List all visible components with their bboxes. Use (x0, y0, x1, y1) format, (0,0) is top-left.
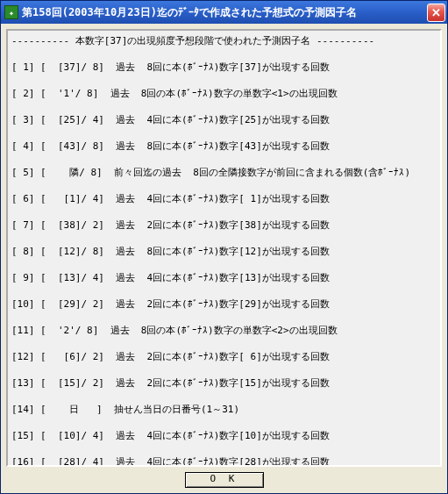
list-item: [13] [ [15]/ 2] 過去 2回に本(ﾎﾞｰﾅｽ)数字[15]が出現す… (11, 376, 437, 390)
app-icon: ✦ (4, 5, 18, 19)
list-item: [15] [ [10]/ 4] 過去 4回に本(ﾎﾞｰﾅｽ)数字[10]が出現す… (11, 429, 437, 442)
list-item: [ 1] [ [37]/ 8] 過去 8回に本(ﾎﾞｰﾅｽ)数字[37]が出現す… (11, 61, 437, 74)
list-item: [ 6] [ [1]/ 4] 過去 4回に本(ﾎﾞｰﾅｽ)数字[ 1]が出現する… (11, 192, 437, 205)
list-item: [14] [ 日 ] 抽せん当日の日番号(1～31) (11, 403, 437, 416)
close-icon: ✕ (431, 6, 441, 19)
list-item: [11] [ '2'/ 8] 過去 8回の本(ﾎﾞｰﾅｽ)数字の単数字<2>の出… (11, 324, 437, 337)
list-item: [ 2] [ '1'/ 8] 過去 8回の本(ﾎﾞｰﾅｽ)数字の単数字<1>の出… (11, 87, 437, 100)
ok-button[interactable]: O K (185, 472, 264, 488)
window-title: 第158回(2003年10月23日)迄のﾃﾞｰﾀで作成された予想式の予測因子名 (22, 5, 427, 20)
list-item: [ 3] [ [25]/ 4] 過去 4回に本(ﾎﾞｰﾅｽ)数字[25]が出現す… (11, 113, 437, 126)
list-item: [10] [ [29]/ 2] 過去 2回に本(ﾎﾞｰﾅｽ)数字[29]が出現す… (11, 297, 437, 311)
list-item: [ 8] [ [12]/ 8] 過去 8回に本(ﾎﾞｰﾅｽ)数字[12]が出現す… (11, 245, 437, 258)
titlebar: ✦ 第158回(2003年10月23日)迄のﾃﾞｰﾀで作成された予想式の予測因子… (1, 1, 447, 24)
window: ✦ 第158回(2003年10月23日)迄のﾃﾞｰﾀで作成された予想式の予測因子… (0, 0, 448, 494)
list-item: [12] [ [6]/ 2] 過去 2回に本(ﾎﾞｰﾅｽ)数字[ 6]が出現する… (11, 350, 437, 363)
list-item: [16] [ [28]/ 4] 過去 4回に本(ﾎﾞｰﾅｽ)数字[28]が出現す… (11, 455, 437, 467)
list-item: [ 4] [ [43]/ 8] 過去 8回に本(ﾎﾞｰﾅｽ)数字[43]が出現す… (11, 140, 437, 153)
button-bar: O K (1, 472, 447, 493)
list-item: [ 5] [ 隣/ 8] 前々回迄の過去 8回の全隣接数字が前回に含まれる個数(… (11, 166, 437, 179)
list-item: [ 9] [ [13]/ 4] 過去 4回に本(ﾎﾞｰﾅｽ)数字[13]が出現す… (11, 271, 437, 284)
content-area: ---------- 本数字[37]の出現頻度予想段階で使われた予測因子名 --… (6, 29, 442, 467)
close-button[interactable]: ✕ (427, 4, 445, 22)
list-item: [ 7] [ [38]/ 2] 過去 2回に本(ﾎﾞｰﾅｽ)数字[38]が出現す… (11, 218, 437, 232)
section1-header: ---------- 本数字[37]の出現頻度予想段階で使われた予測因子名 --… (11, 34, 437, 47)
